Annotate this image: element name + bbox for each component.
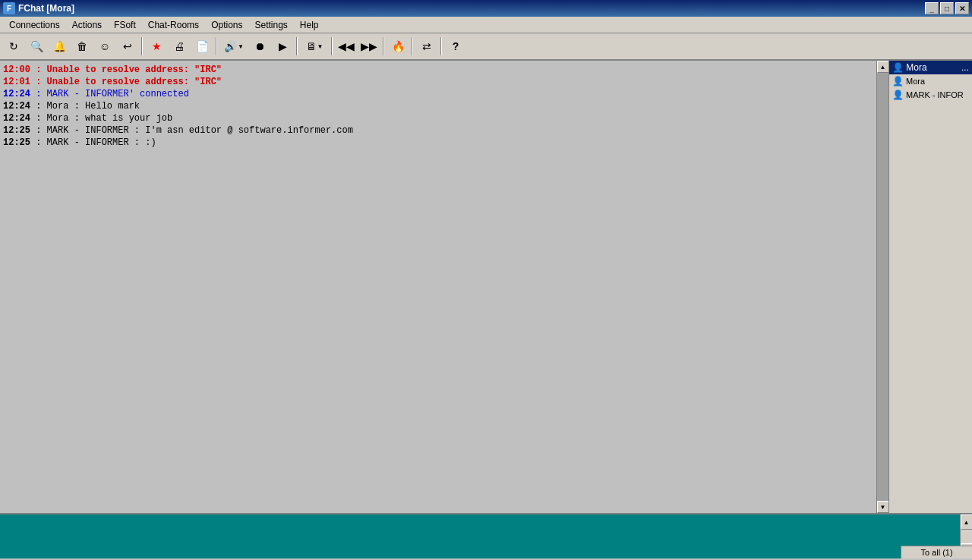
chat-time: 12:25 xyxy=(3,137,30,148)
chat-line: 12:00 : Unable to resolve address: "IRC" xyxy=(3,64,873,76)
record-icon: ⏺ xyxy=(254,40,265,52)
chat-text: MARK - INFORMER : I'm asn editor @ softw… xyxy=(41,125,352,136)
chat-separator: : xyxy=(30,137,41,148)
menu-help[interactable]: Help xyxy=(294,18,325,32)
toolbar-separator-7 xyxy=(440,37,442,55)
fwd-icon: ▶▶ xyxy=(361,40,377,52)
input-scroll-up[interactable]: ▲ xyxy=(961,514,973,530)
menu-actions[interactable]: Actions xyxy=(66,18,108,32)
menu-settings[interactable]: Settings xyxy=(248,18,293,32)
toolbar: 🔍 🔔 🗑 ☺ ↩ ★ 🖨 📄 🔊 ▼ ⏺ ▶ 🖥 ▼ ◀◀ ▶▶ 🔥 ⇄ ? xyxy=(0,33,972,61)
star-icon: ★ xyxy=(152,40,162,52)
right-panel-dots[interactable]: ... xyxy=(961,62,969,73)
monitor-icon: 🖥 xyxy=(306,40,317,52)
print-button[interactable]: 🖨 xyxy=(169,36,190,57)
scroll-track[interactable] xyxy=(877,73,889,501)
back-icon: ◀◀ xyxy=(338,40,355,52)
help-button[interactable]: ? xyxy=(445,36,466,57)
to-all-label: To all (1) xyxy=(920,548,952,557)
message-input[interactable] xyxy=(0,514,960,558)
toolbar-separator-1 xyxy=(141,37,143,55)
menu-options[interactable]: Options xyxy=(205,18,248,32)
chat-text: MARK - INFORMER' connected xyxy=(41,89,188,99)
title-bar: F FChat [Mora] _ □ ✕ xyxy=(0,0,972,17)
chat-text: Mora : what is your job xyxy=(41,113,172,124)
trash-button[interactable]: 🗑 xyxy=(71,36,93,57)
chat-time: 12:00 xyxy=(3,64,30,75)
user-list: 👤Mora👤MARK - INFOR xyxy=(889,74,972,102)
printpreview-button[interactable]: 📄 xyxy=(191,36,213,57)
right-panel-username: Mora xyxy=(906,62,926,73)
user-list-item[interactable]: 👤MARK - INFOR xyxy=(889,88,972,102)
star-button[interactable]: ★ xyxy=(146,36,167,57)
menu-chatrooms[interactable]: Chat-Rooms xyxy=(142,18,205,32)
play-button[interactable]: ▶ xyxy=(272,36,293,57)
close-button[interactable]: ✕ xyxy=(955,2,969,14)
chat-separator: : xyxy=(30,101,41,112)
chat-line: 12:24 : Mora : what is your job xyxy=(3,112,873,124)
undo-button[interactable]: ↩ xyxy=(117,36,138,57)
sync-icon: ⇄ xyxy=(422,40,431,52)
menu-connections[interactable]: Connections xyxy=(3,18,66,32)
maximize-button[interactable]: □ xyxy=(940,2,954,14)
right-panel-title: 👤 Mora xyxy=(892,62,927,73)
chat-text: MARK - INFORMER : :) xyxy=(41,137,156,148)
volume-dropdown-arrow: ▼ xyxy=(238,43,244,50)
monitor-button[interactable]: 🖥 ▼ xyxy=(301,36,328,57)
monitor-dropdown-arrow: ▼ xyxy=(317,43,323,50)
chat-time: 12:25 xyxy=(3,125,30,136)
chat-area[interactable]: 12:00 : Unable to resolve address: "IRC"… xyxy=(0,61,876,513)
chat-separator: : xyxy=(30,125,41,136)
chat-container: 12:00 : Unable to resolve address: "IRC"… xyxy=(0,61,888,513)
chat-time: 12:24 xyxy=(3,113,30,124)
chat-line: 12:24 : Mora : Hello mark xyxy=(3,100,873,112)
menu-fsoft[interactable]: FSoft xyxy=(108,18,142,32)
window-title: FChat [Mora] xyxy=(18,3,74,14)
chat-separator: : xyxy=(30,64,41,75)
toolbar-separator-4 xyxy=(331,37,333,55)
back-button[interactable]: ◀◀ xyxy=(336,36,357,57)
bottom-area: ▲ ▼ To all (1) xyxy=(0,513,972,558)
undo-icon: ↩ xyxy=(123,40,132,52)
scroll-up-button[interactable]: ▲ xyxy=(877,61,889,73)
user-person-icon: 👤 xyxy=(892,76,904,87)
app-icon: F xyxy=(3,2,15,14)
toolbar-separator-5 xyxy=(383,37,384,55)
refresh-button[interactable] xyxy=(3,36,24,57)
chat-separator: : xyxy=(30,89,41,99)
minimize-button[interactable]: _ xyxy=(925,2,939,14)
volume-button[interactable]: 🔊 ▼ xyxy=(220,36,248,57)
toolbar-separator-6 xyxy=(412,37,413,55)
chat-separator: : xyxy=(30,113,41,124)
right-panel-header: 👤 Mora ... xyxy=(889,61,972,74)
bell-icon: 🔔 xyxy=(53,40,66,52)
sync-button[interactable]: ⇄ xyxy=(416,36,437,57)
chat-line: 12:25 : MARK - INFORMER : :) xyxy=(3,137,873,149)
flame-icon: 🔥 xyxy=(392,40,405,52)
search-button[interactable]: 🔍 xyxy=(26,36,47,57)
chat-line: 12:24 : MARK - INFORMER' connected xyxy=(3,88,873,100)
chat-separator: : xyxy=(30,77,41,87)
chat-line: 12:01 : Unable to resolve address: "IRC" xyxy=(3,76,873,88)
chat-text: Unable to resolve address: "IRC" xyxy=(41,77,222,87)
smiley-button[interactable]: ☺ xyxy=(94,36,115,57)
fwd-button[interactable]: ▶▶ xyxy=(358,36,380,57)
record-button[interactable]: ⏺ xyxy=(249,36,270,57)
scroll-down-button[interactable]: ▼ xyxy=(877,501,889,513)
printpreview-icon: 📄 xyxy=(196,40,209,52)
user-name: MARK - INFOR xyxy=(906,90,964,99)
chat-time: 12:24 xyxy=(3,101,30,112)
bell-button[interactable]: 🔔 xyxy=(49,36,70,57)
window-controls[interactable]: _ □ ✕ xyxy=(925,2,969,14)
search-icon: 🔍 xyxy=(30,40,43,52)
title-bar-left: F FChat [Mora] xyxy=(3,2,74,14)
user-person-icon: 👤 xyxy=(892,90,904,100)
toolbar-separator-2 xyxy=(216,37,217,55)
user-list-item[interactable]: 👤Mora xyxy=(889,74,972,88)
trash-icon: 🗑 xyxy=(77,40,87,52)
flame-button[interactable]: 🔥 xyxy=(387,36,409,57)
chat-scrollbar[interactable]: ▲ ▼ xyxy=(876,61,888,513)
volume-icon: 🔊 xyxy=(224,40,237,52)
toolbar-separator-3 xyxy=(296,37,298,55)
chat-time: 12:01 xyxy=(3,77,30,87)
